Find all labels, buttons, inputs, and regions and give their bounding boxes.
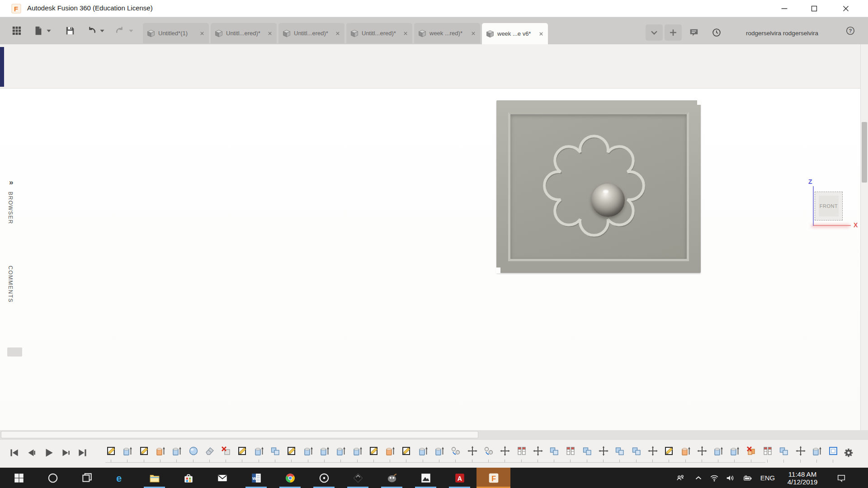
timeline-feature-shell[interactable] xyxy=(827,445,839,457)
maximize-button[interactable] xyxy=(804,0,825,17)
document-tab[interactable]: Untitl...ered)* xyxy=(346,23,412,43)
people-icon[interactable] xyxy=(670,473,690,483)
tab-overflow-button[interactable] xyxy=(646,24,663,41)
timeline-feature-combine[interactable] xyxy=(778,445,790,457)
viewcube-front-face[interactable]: FRONT xyxy=(815,192,843,221)
timeline-feature-sketch[interactable] xyxy=(663,445,675,457)
language-indicator[interactable]: ENG xyxy=(757,474,778,482)
timeline-feature-combine[interactable] xyxy=(631,445,642,457)
playback-step-forward-button[interactable] xyxy=(59,446,72,460)
close-button[interactable] xyxy=(835,0,856,17)
taskbar-acrobat-button[interactable]: A xyxy=(443,468,476,488)
timeline-feature-sphere[interactable] xyxy=(188,445,199,457)
playback-play-button[interactable] xyxy=(42,446,55,460)
file-menu-caret-icon[interactable] xyxy=(45,23,52,38)
taskbar-edge-button[interactable]: e xyxy=(104,468,137,488)
timeline-settings-gear-icon[interactable] xyxy=(842,446,855,460)
save-button[interactable] xyxy=(63,23,77,38)
timeline-feature-joint[interactable] xyxy=(450,445,462,457)
timeline-feature-move[interactable] xyxy=(647,445,659,457)
taskbar-cortana-button[interactable] xyxy=(36,468,70,488)
timeline-feature-extrude[interactable] xyxy=(122,445,133,457)
volume-icon[interactable] xyxy=(722,473,738,483)
horizontal-scroll-thumb[interactable] xyxy=(1,431,478,438)
new-tab-button[interactable] xyxy=(665,24,682,41)
wifi-icon[interactable] xyxy=(707,473,722,483)
model-body[interactable] xyxy=(496,100,701,273)
timeline-feature-extrude-orange[interactable] xyxy=(680,445,692,457)
taskbar-start-button[interactable] xyxy=(2,468,36,488)
taskbar-file-explorer-button[interactable] xyxy=(137,468,171,488)
timeline-feature-eraser[interactable] xyxy=(204,445,216,457)
viewport-vertical-scrollbar[interactable] xyxy=(860,44,868,430)
timeline-feature-error-combine[interactable] xyxy=(745,445,757,457)
comments-panel-label[interactable]: COMMENTS xyxy=(7,266,14,303)
timeline-feature-sketch[interactable] xyxy=(401,445,412,457)
browser-panel-label[interactable]: BROWSER xyxy=(7,192,14,225)
timeline-feature-move[interactable] xyxy=(795,445,807,457)
timeline-feature-move[interactable] xyxy=(598,445,609,457)
timeline-feature-sketch[interactable] xyxy=(236,445,248,457)
timeline-feature-extrude-orange[interactable] xyxy=(384,445,396,457)
timeline-feature-extrude-orange[interactable] xyxy=(155,445,166,457)
timeline-feature-extrude[interactable] xyxy=(434,445,445,457)
taskbar-word-button[interactable]: W xyxy=(239,468,273,488)
comments-icon[interactable] xyxy=(685,24,703,41)
horizontal-scrollbar[interactable] xyxy=(0,430,868,439)
app-grid-icon[interactable] xyxy=(9,23,24,38)
3d-viewport[interactable]: » BROWSER COMMENTS Z FRONT X xyxy=(0,89,860,430)
tab-close-icon[interactable] xyxy=(267,30,273,37)
timeline-feature-extrude[interactable] xyxy=(417,445,429,457)
file-menu-button[interactable] xyxy=(32,23,45,38)
minimize-button[interactable] xyxy=(774,0,795,17)
timeline-feature-combine[interactable] xyxy=(614,445,626,457)
timeline-feature-move[interactable] xyxy=(532,445,544,457)
job-status-clock-icon[interactable] xyxy=(708,24,725,41)
timeline-feature-combine[interactable] xyxy=(581,445,593,457)
timeline-feature-combine[interactable] xyxy=(548,445,560,457)
timeline-feature-move[interactable] xyxy=(499,445,511,457)
playback-skip-start-button[interactable] xyxy=(7,446,21,460)
redo-button[interactable] xyxy=(113,23,127,38)
timeline-feature-extrude[interactable] xyxy=(253,445,265,457)
vertical-scroll-thumb[interactable] xyxy=(862,122,867,183)
tab-close-icon[interactable] xyxy=(199,30,205,37)
timeline-feature-joint[interactable] xyxy=(483,445,495,457)
timeline-feature-extrude[interactable] xyxy=(729,445,741,457)
taskbar-store-button[interactable] xyxy=(171,468,205,488)
redo-caret-icon[interactable] xyxy=(127,23,135,38)
timeline-feature-sketch[interactable] xyxy=(105,445,117,457)
undo-caret-icon[interactable] xyxy=(99,23,106,38)
taskbar-fusion360-button[interactable]: F xyxy=(476,468,510,488)
taskbar-mail-button[interactable] xyxy=(205,468,239,488)
document-tab[interactable]: Untitl...ered)* xyxy=(211,23,277,43)
timeline-feature-move[interactable] xyxy=(696,445,708,457)
taskbar-gimp-button[interactable] xyxy=(375,468,409,488)
timeline-feature-extrude[interactable] xyxy=(319,445,330,457)
timeline-feature-pattern[interactable] xyxy=(565,445,576,457)
left-scroll-handle[interactable] xyxy=(7,347,22,357)
playback-skip-end-button[interactable] xyxy=(76,446,90,460)
chevron-up-icon[interactable] xyxy=(690,473,707,483)
undo-button[interactable] xyxy=(85,23,99,38)
view-cube[interactable]: Z FRONT X xyxy=(807,179,867,234)
tab-close-icon[interactable] xyxy=(335,30,341,37)
document-tab[interactable]: Untitled*(1) xyxy=(143,23,209,43)
timeline-feature-extrude[interactable] xyxy=(171,445,183,457)
timeline-feature-sketch[interactable] xyxy=(368,445,380,457)
taskbar-photos-button[interactable] xyxy=(409,468,443,488)
account-username[interactable]: rodgerselvira rodgerselvira xyxy=(732,30,832,37)
timeline-feature-extrude[interactable] xyxy=(712,445,724,457)
document-tab[interactable]: week ...e v6* xyxy=(482,23,548,44)
tab-close-icon[interactable] xyxy=(402,30,409,37)
timeline-feature-pattern[interactable] xyxy=(516,445,528,457)
taskbar-task-view-button[interactable] xyxy=(70,468,104,488)
timeline-feature-pattern[interactable] xyxy=(762,445,774,457)
timeline-feature-sketch[interactable] xyxy=(138,445,150,457)
tab-close-icon[interactable] xyxy=(538,31,544,37)
timeline-feature-extrude[interactable] xyxy=(811,445,823,457)
notification-center-icon[interactable] xyxy=(827,473,856,483)
timeline-feature-combine[interactable] xyxy=(269,445,281,457)
playback-step-back-button[interactable] xyxy=(24,446,38,460)
document-tab[interactable]: week ...red)* xyxy=(414,23,480,43)
